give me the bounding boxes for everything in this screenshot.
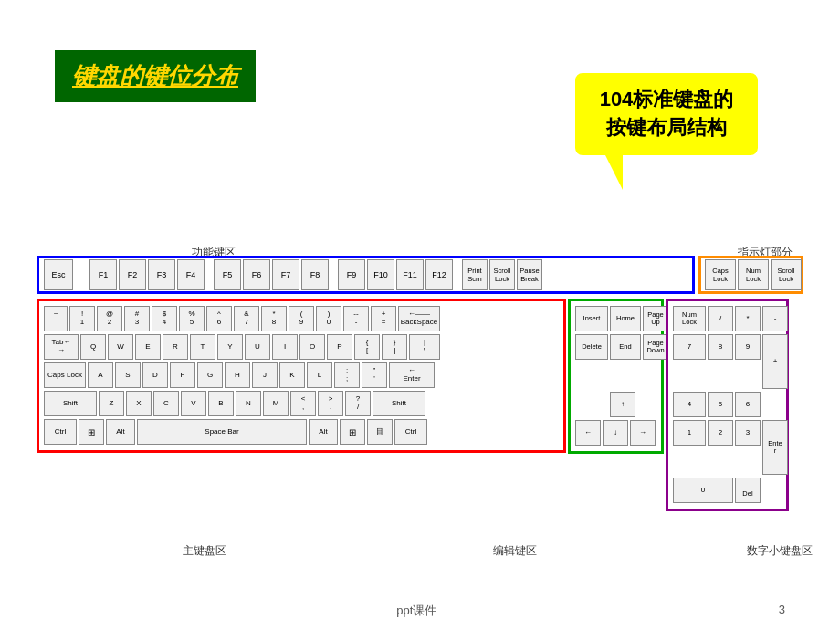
key-print-scrn[interactable]: PrintScrn bbox=[462, 259, 488, 290]
key-end[interactable]: End bbox=[610, 334, 641, 360]
key-num6[interactable]: 6 bbox=[735, 392, 761, 417]
key-esc[interactable]: Esc bbox=[44, 259, 73, 290]
key-semicolon[interactable]: :; bbox=[334, 362, 360, 388]
key-f5[interactable]: F5 bbox=[214, 259, 241, 290]
key-h[interactable]: H bbox=[225, 362, 250, 388]
key-a[interactable]: A bbox=[88, 362, 113, 388]
key-tab[interactable]: Tab←→ bbox=[44, 334, 79, 360]
key-c[interactable]: C bbox=[153, 391, 179, 416]
key-f11[interactable]: F11 bbox=[396, 259, 424, 290]
key-num8[interactable]: 8 bbox=[708, 334, 733, 360]
key-6[interactable]: ^6 bbox=[206, 306, 232, 331]
key-menu[interactable]: 目 bbox=[367, 419, 393, 445]
key-insert[interactable]: Insert bbox=[575, 306, 608, 331]
key-num-star[interactable]: * bbox=[735, 306, 761, 331]
key-j[interactable]: J bbox=[252, 362, 278, 388]
key-u[interactable]: U bbox=[245, 334, 270, 360]
key-num-enter[interactable]: Enter bbox=[762, 420, 788, 475]
key-0[interactable]: )0 bbox=[316, 306, 341, 331]
key-t[interactable]: T bbox=[190, 334, 215, 360]
key-w[interactable]: W bbox=[108, 334, 133, 360]
key-num1[interactable]: 1 bbox=[673, 420, 706, 446]
key-f7[interactable]: F7 bbox=[272, 259, 299, 290]
key-up[interactable]: ↑ bbox=[610, 392, 635, 417]
key-delete[interactable]: Delete bbox=[575, 334, 608, 360]
key-lbracket[interactable]: {[ bbox=[354, 334, 380, 360]
key-right[interactable]: → bbox=[630, 420, 656, 446]
key-win-left[interactable]: ⊞ bbox=[79, 419, 104, 445]
key-num4[interactable]: 4 bbox=[673, 392, 706, 417]
key-f[interactable]: F bbox=[170, 362, 195, 388]
key-n[interactable]: N bbox=[236, 391, 261, 416]
key-f2[interactable]: F2 bbox=[119, 259, 146, 290]
key-enter[interactable]: ←Enter bbox=[389, 362, 435, 388]
key-z[interactable]: Z bbox=[99, 391, 124, 416]
key-minus[interactable]: --- bbox=[343, 306, 369, 331]
key-rbracket[interactable]: }] bbox=[382, 334, 407, 360]
key-ctrl-left[interactable]: Ctrl bbox=[44, 419, 77, 445]
key-space[interactable]: Space Bar bbox=[137, 419, 307, 445]
key-s[interactable]: S bbox=[115, 362, 141, 388]
key-home[interactable]: Home bbox=[610, 306, 641, 331]
key-pageup[interactable]: PageUp bbox=[643, 306, 668, 331]
key-alt-left[interactable]: Alt bbox=[106, 419, 135, 445]
key-f1[interactable]: F1 bbox=[89, 259, 117, 290]
key-num-del[interactable]: .Del bbox=[735, 478, 761, 503]
key-q[interactable]: Q bbox=[80, 334, 106, 360]
key-backslash[interactable]: |\ bbox=[409, 334, 440, 360]
key-equals[interactable]: += bbox=[371, 306, 396, 331]
key-down[interactable]: ↓ bbox=[603, 420, 628, 446]
key-comma[interactable]: <, bbox=[290, 391, 316, 416]
key-f10[interactable]: F10 bbox=[367, 259, 394, 290]
key-9[interactable]: (9 bbox=[289, 306, 314, 331]
key-f12[interactable]: F12 bbox=[425, 259, 453, 290]
key-num2[interactable]: 2 bbox=[708, 420, 733, 446]
key-num9[interactable]: 9 bbox=[735, 334, 761, 360]
key-i[interactable]: I bbox=[272, 334, 298, 360]
key-1[interactable]: !1 bbox=[69, 306, 95, 331]
key-3[interactable]: #3 bbox=[124, 306, 150, 331]
key-o[interactable]: O bbox=[299, 334, 325, 360]
key-shift-right[interactable]: Shift bbox=[373, 391, 425, 416]
key-5[interactable]: %5 bbox=[179, 306, 205, 331]
key-shift-left[interactable]: Shift bbox=[44, 391, 97, 416]
key-num5[interactable]: 5 bbox=[708, 392, 733, 417]
key-numlock[interactable]: NumLock bbox=[673, 306, 706, 331]
key-period[interactable]: >. bbox=[318, 391, 343, 416]
key-pause-break[interactable]: PauseBreak bbox=[517, 259, 542, 290]
key-y[interactable]: Y bbox=[217, 334, 243, 360]
key-2[interactable]: @2 bbox=[97, 306, 122, 331]
key-k[interactable]: K bbox=[279, 362, 305, 388]
key-f4[interactable]: F4 bbox=[177, 259, 205, 290]
key-f6[interactable]: F6 bbox=[243, 259, 270, 290]
key-r[interactable]: R bbox=[163, 334, 188, 360]
key-num-minus[interactable]: - bbox=[762, 306, 788, 331]
key-d[interactable]: D bbox=[142, 362, 168, 388]
key-pagedown[interactable]: PageDown bbox=[643, 334, 668, 360]
key-e[interactable]: E bbox=[135, 334, 161, 360]
key-p[interactable]: P bbox=[327, 334, 352, 360]
key-g[interactable]: G bbox=[197, 362, 223, 388]
key-win-right[interactable]: ⊞ bbox=[340, 419, 365, 445]
key-l[interactable]: L bbox=[307, 362, 332, 388]
key-num3[interactable]: 3 bbox=[735, 420, 761, 446]
key-caps-lock[interactable]: Caps Lock bbox=[44, 362, 86, 388]
key-f3[interactable]: F3 bbox=[148, 259, 175, 290]
key-slash[interactable]: ?/ bbox=[345, 391, 371, 416]
key-quote[interactable]: "' bbox=[362, 362, 387, 388]
key-ctrl-right[interactable]: Ctrl bbox=[394, 419, 427, 445]
key-num7[interactable]: 7 bbox=[673, 334, 706, 360]
key-tilde[interactable]: ~` bbox=[44, 306, 68, 331]
key-num-plus[interactable]: + bbox=[762, 334, 788, 389]
key-f8[interactable]: F8 bbox=[301, 259, 329, 290]
key-scroll-lock[interactable]: ScrollLock bbox=[489, 259, 515, 290]
key-7[interactable]: &7 bbox=[234, 306, 259, 331]
key-num0[interactable]: 0 bbox=[673, 478, 733, 503]
key-left[interactable]: ← bbox=[575, 420, 601, 446]
key-alt-right[interactable]: Alt bbox=[309, 419, 338, 445]
key-4[interactable]: $4 bbox=[152, 306, 177, 331]
key-b[interactable]: B bbox=[208, 391, 234, 416]
key-v[interactable]: V bbox=[181, 391, 206, 416]
key-x[interactable]: X bbox=[126, 391, 152, 416]
key-f9[interactable]: F9 bbox=[338, 259, 365, 290]
